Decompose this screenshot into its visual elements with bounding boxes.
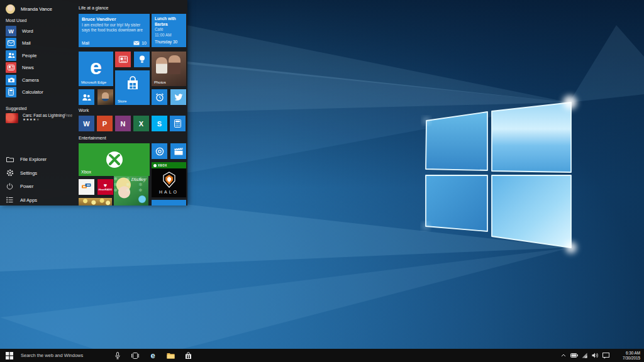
xbox-logo (105, 150, 124, 169)
tile-alarms[interactable] (152, 89, 167, 105)
action-center-button[interactable] (601, 349, 611, 362)
tile-photos[interactable]: Photos (152, 52, 186, 86)
news-icon (6, 62, 16, 73)
tile-xbox[interactable]: Xbox (79, 143, 150, 176)
network-icon (582, 353, 588, 358)
tile-people[interactable] (79, 89, 94, 105)
tile-excel[interactable]: X (133, 116, 149, 131)
tile-frozen-free-fall[interactable]: ✻ ✼ ✻ ✼ ✻ ✼ ✻ ✼ ✻ Disney (114, 176, 148, 206)
task-view-button[interactable] (126, 349, 144, 362)
tile-iheartradio[interactable]: ♥ iHeartRADIO (97, 179, 113, 195)
tile-mail[interactable]: Bruce Vandiver I am excited for our trip… (79, 14, 150, 47)
tile-photo-contact[interactable] (97, 89, 113, 105)
power-icon (6, 182, 14, 190)
store-bag-icon (185, 352, 192, 359)
tile-movies-tv[interactable] (170, 143, 186, 159)
halo-emblem (161, 172, 177, 188)
people-icon (6, 50, 16, 61)
store-bag-icon (126, 76, 140, 91)
word-icon: W (6, 26, 16, 36)
most-used-item-word[interactable]: W Word (6, 26, 33, 36)
tile-news[interactable] (115, 52, 131, 67)
camera-icon (6, 75, 16, 85)
tile-onenote[interactable]: N (115, 116, 131, 131)
tile-tunein[interactable] (79, 179, 94, 195)
suggested-app-price: Free (64, 113, 72, 123)
start-menu-left-pane: Miranda Vance Most Used W Word Mail Peop… (0, 0, 75, 206)
twitter-bird-icon (174, 94, 183, 101)
user-name: Miranda Vance (21, 6, 52, 12)
tile-microsoft-edge[interactable]: e Microsoft Edge (79, 52, 113, 86)
tunein-logo (82, 184, 91, 190)
music-disc-icon (155, 147, 164, 156)
tile-popcorn-partial[interactable] (79, 198, 112, 206)
contact-photo (102, 92, 109, 101)
windows-logo-icon (6, 352, 13, 359)
settings-button[interactable]: Settings (6, 168, 37, 178)
battery-status[interactable] (569, 349, 579, 362)
user-avatar (6, 4, 15, 14)
network-status[interactable] (579, 349, 590, 362)
chevron-up-icon (561, 354, 566, 357)
tray-overflow-button[interactable] (558, 349, 569, 362)
tile-calculator[interactable] (170, 116, 186, 131)
volume-control[interactable] (590, 349, 601, 362)
tile-halo[interactable]: XBOX HALO (152, 162, 186, 197)
disney-logo: Disney (131, 177, 146, 182)
clock-date: 7/30/2015 (611, 356, 640, 361)
battery-icon (570, 353, 578, 358)
most-used-heading: Most Used (6, 18, 26, 23)
mail-icon (6, 38, 16, 48)
tile-word[interactable]: W (79, 116, 94, 131)
tile-powerpoint[interactable]: P (97, 116, 113, 131)
tile-store[interactable]: Store (115, 70, 150, 105)
most-used-item-mail[interactable]: Mail (6, 38, 31, 48)
lightbulb-icon (139, 55, 145, 64)
most-used-item-calculator[interactable]: Calculator (6, 87, 43, 97)
taskbar-clock[interactable]: 6:30 AM 7/30/2015 (611, 351, 644, 361)
taskbar: Search the web and Windows e (0, 349, 644, 362)
taskbar-store-button[interactable] (179, 349, 197, 362)
people-icon (82, 94, 91, 101)
all-apps-button[interactable]: All Apps (6, 195, 37, 205)
rating-stars: ★★★★★ (23, 118, 60, 121)
action-center-icon (602, 353, 609, 359)
tile-partial[interactable] (152, 200, 186, 206)
envelope-icon (133, 41, 140, 45)
search-placeholder: Search the web and Windows (21, 353, 83, 358)
file-explorer-button[interactable]: File Explorer (6, 155, 47, 164)
mail-unread-count: 10 (142, 41, 147, 45)
all-apps-icon (6, 196, 14, 204)
cars-app-thumbnail (6, 113, 18, 123)
edge-icon: e (150, 351, 155, 359)
most-used-item-news[interactable]: News (6, 62, 34, 73)
edge-logo: e (90, 56, 102, 77)
snowflake-badge (138, 195, 146, 203)
folder-icon (6, 155, 14, 163)
taskbar-file-explorer-button[interactable] (162, 349, 179, 362)
start-menu: Miranda Vance Most Used W Word Mail Peop… (0, 0, 187, 206)
clock-time: 6:30 AM (611, 351, 640, 356)
tile-skype[interactable]: S (152, 116, 167, 131)
group-heading-work: Work (79, 108, 89, 112)
xbox-game-banner: XBOX (152, 162, 186, 168)
search-voice-button[interactable] (109, 349, 126, 362)
tile-calendar[interactable]: Lunch with Barbra Café 11:00 AM Thursday… (152, 14, 186, 47)
most-used-item-people[interactable]: People (6, 50, 36, 61)
user-account-button[interactable]: Miranda Vance (6, 4, 52, 14)
folder-icon (167, 353, 175, 359)
taskbar-search-box[interactable]: Search the web and Windows (19, 349, 109, 362)
group-heading-glance: Life at a glance (79, 6, 108, 10)
taskbar-edge-button[interactable]: e (144, 349, 162, 362)
speaker-icon (592, 353, 599, 358)
suggested-heading: Suggested (6, 106, 26, 111)
suggested-app-cars[interactable]: Cars: Fast as Lightning ★★★★★ Free (6, 113, 72, 123)
most-used-item-camera[interactable]: Camera (6, 75, 39, 85)
start-button[interactable] (0, 349, 19, 362)
tile-groove-music[interactable] (152, 143, 167, 159)
tile-twitter[interactable] (170, 89, 186, 105)
desktop: Miranda Vance Most Used W Word Mail Peop… (0, 0, 644, 362)
tile-get-started[interactable] (134, 52, 150, 67)
system-tray: 6:30 AM 7/30/2015 (558, 349, 644, 362)
power-button[interactable]: Power (6, 182, 33, 191)
